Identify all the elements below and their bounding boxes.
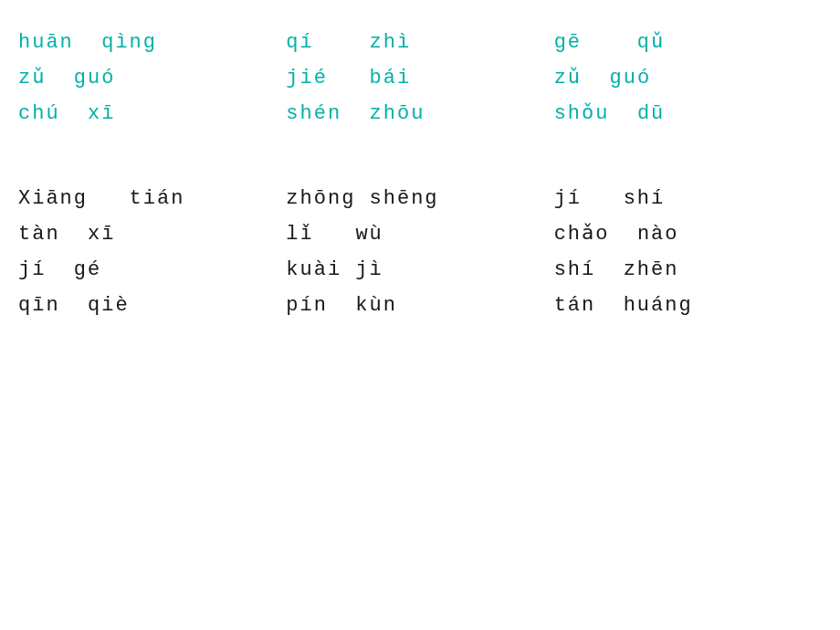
bottom-col-2: zhōng shēng lǐ wù kuài jì pín kùn [286, 184, 553, 320]
bottom-col-3: jí shí chǎo nào shí zhēn tán huáng [554, 184, 822, 320]
top-col-1: huān qìng zǔ guó chú xī [18, 27, 286, 129]
top-col2-line3: shén zhōu [286, 99, 553, 129]
top-col2-line1: qí zhì [286, 27, 553, 58]
top-col1-line3: chú xī [18, 99, 286, 129]
bottom-col3-line1: jí shí [554, 184, 822, 214]
top-col3-line2: zǔ guó [554, 63, 822, 93]
bottom-col2-line1: zhōng shēng [286, 184, 553, 214]
top-col1-line2: zǔ guó [18, 63, 286, 93]
bottom-col1-line3: jí gé [18, 255, 286, 285]
top-section: huān qìng zǔ guó chú xī qí zhì jié bái s… [18, 27, 822, 129]
top-col-2: qí zhì jié bái shén zhōu [286, 27, 553, 129]
bottom-col3-line2: chǎo nào [554, 219, 822, 249]
page-content: huān qìng zǔ guó chú xī qí zhì jié bái s… [0, 0, 840, 339]
bottom-col1-line4: qīn qiè [18, 290, 286, 320]
bottom-col1-line2: tàn xī [18, 219, 286, 249]
top-col-3: gē qǔ zǔ guó shǒu dū [554, 27, 822, 129]
bottom-col1-line1: Xiāng tián [18, 184, 286, 214]
top-col3-line3: shǒu dū [554, 99, 822, 129]
bottom-col2-line2: lǐ wù [286, 219, 553, 249]
bottom-col2-line3: kuài jì [286, 255, 553, 285]
bottom-col2-line4: pín kùn [286, 290, 553, 320]
bottom-col-1: Xiāng tián tàn xī jí gé qīn qiè [18, 184, 286, 320]
top-col2-line2: jié bái [286, 63, 553, 93]
top-col1-line1: huān qìng [18, 27, 286, 58]
top-col3-line1: gē qǔ [554, 27, 822, 58]
bottom-col3-line3: shí zhēn [554, 255, 822, 285]
bottom-section: Xiāng tián tàn xī jí gé qīn qiè zhōng sh… [18, 184, 822, 320]
bottom-col3-line4: tán huáng [554, 290, 822, 320]
